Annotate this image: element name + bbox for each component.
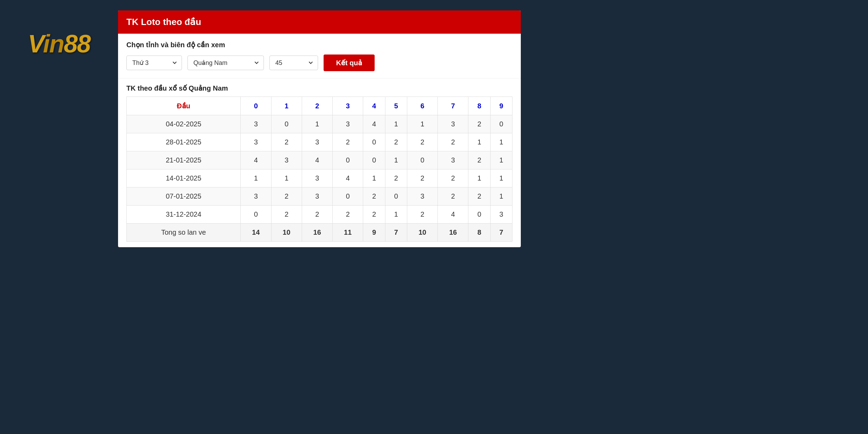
cell-value: 1 [241, 169, 271, 187]
cell-value: 2 [333, 133, 363, 151]
cell-value: 3 [438, 115, 468, 133]
cell-value: 3 [333, 115, 363, 133]
cell-value: 1 [385, 206, 407, 224]
cell-value: 3 [241, 133, 271, 151]
page-title: TK Loto theo đầu [126, 17, 512, 27]
total-cell: 11 [333, 224, 363, 242]
cell-value: 2 [271, 206, 302, 224]
cell-date: 31-12-2024 [127, 206, 241, 224]
logo: Vin88 [28, 31, 90, 56]
stats-table: Đầu 0 1 2 3 4 5 6 7 8 9 04-02-2025301341… [126, 97, 512, 242]
cell-value: 0 [271, 115, 302, 133]
cell-date: 28-01-2025 [127, 133, 241, 151]
table-row: 28-01-20253232022211 [127, 133, 512, 151]
cell-value: 1 [490, 151, 512, 169]
col-header-3: 3 [333, 97, 363, 115]
cell-value: 0 [468, 206, 490, 224]
cell-value: 3 [302, 187, 332, 206]
cell-value: 2 [407, 206, 437, 224]
table-section: TK theo đầu xổ số Quảng Nam Đầu 0 1 2 3 … [118, 78, 521, 247]
table-row: 14-01-20251134122211 [127, 169, 512, 187]
cell-value: 4 [333, 169, 363, 187]
province-select[interactable]: Quảng Nam Hà Nội TP.HCM Đà Nẵng [187, 56, 264, 70]
cell-value: 2 [363, 187, 385, 206]
cell-value: 0 [363, 133, 385, 151]
cell-value: 2 [407, 133, 437, 151]
total-cell: 10 [407, 224, 437, 242]
cell-value: 0 [333, 151, 363, 169]
total-cell: 16 [302, 224, 332, 242]
cell-value: 0 [385, 187, 407, 206]
cell-date: 07-01-2025 [127, 187, 241, 206]
col-header-8: 8 [468, 97, 490, 115]
cell-value: 0 [407, 151, 437, 169]
page-header: TK Loto theo đầu [118, 10, 521, 34]
cell-date: 04-02-2025 [127, 115, 241, 133]
cell-value: 3 [438, 151, 468, 169]
col-header-2: 2 [302, 97, 332, 115]
cell-date: 14-01-2025 [127, 169, 241, 187]
cell-value: 4 [438, 206, 468, 224]
day-select[interactable]: Thứ 3 Thứ 4 Thứ 5 Thứ 6 Thứ 7 Chủ nhật [126, 56, 182, 70]
total-cell: 10 [271, 224, 302, 242]
col-header-7: 7 [438, 97, 468, 115]
filter-label: Chọn tỉnh và biên độ cần xem [126, 41, 512, 49]
cell-value: 2 [468, 115, 490, 133]
total-cell: 8 [468, 224, 490, 242]
cell-value: 0 [333, 187, 363, 206]
cell-value: 1 [407, 115, 437, 133]
cell-value: 2 [385, 133, 407, 151]
cell-value: 4 [241, 151, 271, 169]
total-cell: 14 [241, 224, 271, 242]
cell-value: 3 [241, 187, 271, 206]
cell-value: 0 [490, 115, 512, 133]
cell-value: 3 [271, 151, 302, 169]
col-header-4: 4 [363, 97, 385, 115]
cell-value: 3 [302, 169, 332, 187]
table-subtitle: TK theo đầu xổ số Quảng Nam [126, 84, 512, 92]
cell-value: 3 [490, 206, 512, 224]
cell-value: 3 [302, 133, 332, 151]
main-content: TK Loto theo đầu Chọn tỉnh và biên độ cầ… [118, 10, 521, 247]
result-button[interactable]: Kết quả [324, 55, 375, 71]
table-row: 04-02-20253013411320 [127, 115, 512, 133]
cell-value: 1 [490, 133, 512, 151]
cell-value: 1 [271, 169, 302, 187]
table-body: 04-02-2025301341132028-01-20253232022211… [127, 115, 512, 242]
cell-value: 2 [468, 187, 490, 206]
cell-value: 2 [438, 133, 468, 151]
cell-value: 2 [363, 206, 385, 224]
cell-value: 2 [302, 206, 332, 224]
cell-value: 4 [302, 151, 332, 169]
filter-section: Chọn tỉnh và biên độ cần xem Thứ 3 Thứ 4… [118, 34, 521, 78]
cell-value: 1 [302, 115, 332, 133]
cell-value: 3 [241, 115, 271, 133]
col-header-9: 9 [490, 97, 512, 115]
total-cell: 9 [363, 224, 385, 242]
col-header-dau: Đầu [127, 97, 241, 115]
cell-date: 21-01-2025 [127, 151, 241, 169]
cell-value: 2 [271, 133, 302, 151]
total-cell: 16 [438, 224, 468, 242]
total-cell: 7 [490, 224, 512, 242]
total-cell: 7 [385, 224, 407, 242]
table-row: 21-01-20254340010321 [127, 151, 512, 169]
col-header-5: 5 [385, 97, 407, 115]
col-header-0: 0 [241, 97, 271, 115]
cell-value: 2 [407, 169, 437, 187]
cell-value: 4 [363, 115, 385, 133]
cell-value: 1 [468, 133, 490, 151]
cell-value: 2 [271, 187, 302, 206]
cell-value: 2 [438, 187, 468, 206]
cell-value: 1 [385, 151, 407, 169]
cell-value: 1 [385, 115, 407, 133]
cell-value: 1 [490, 169, 512, 187]
cell-value: 2 [438, 169, 468, 187]
total-label: Tong so lan ve [127, 224, 241, 242]
cell-value: 2 [468, 151, 490, 169]
cell-value: 1 [363, 169, 385, 187]
range-select[interactable]: 45 30 20 10 [269, 56, 318, 70]
cell-value: 1 [468, 169, 490, 187]
table-header-row: Đầu 0 1 2 3 4 5 6 7 8 9 [127, 97, 512, 115]
cell-value: 0 [241, 206, 271, 224]
